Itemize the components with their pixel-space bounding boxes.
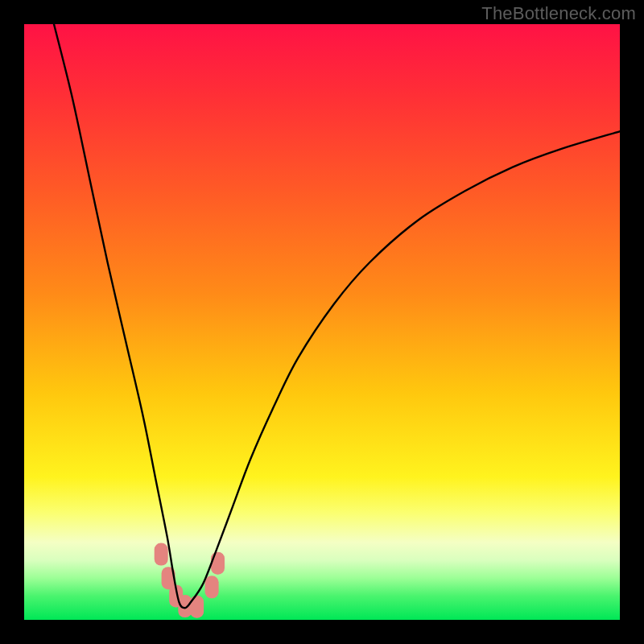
curve-layer xyxy=(24,24,620,620)
watermark-text: TheBottleneck.com xyxy=(481,3,636,24)
outer-frame: TheBottleneck.com xyxy=(0,0,644,644)
bottleneck-curve xyxy=(54,24,620,608)
plot-area xyxy=(24,24,620,620)
